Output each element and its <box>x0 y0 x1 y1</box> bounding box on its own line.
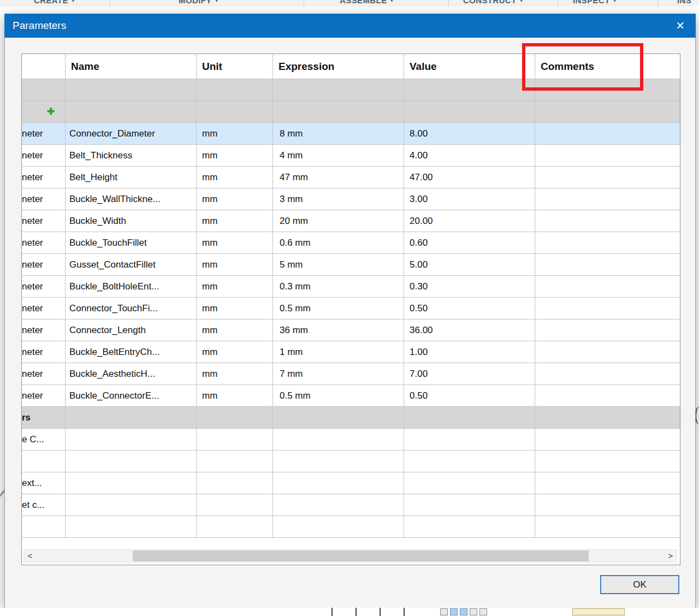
cell-empty <box>66 101 197 123</box>
table-row[interactable]: neter Connector_Diameter mm 8 mm 8.00 <box>22 123 680 145</box>
cell-expression[interactable]: 5 mm <box>273 254 404 276</box>
cell-name[interactable]: Gusset_ContactFillet <box>66 254 197 276</box>
cell-value: 7.00 <box>404 363 535 385</box>
cell-comment[interactable] <box>535 363 680 385</box>
scrollbar-thumb[interactable] <box>133 550 589 561</box>
cell-expression[interactable] <box>273 429 404 451</box>
cell-expression[interactable] <box>273 472 404 494</box>
cell-comment[interactable] <box>535 232 680 254</box>
cell-comment[interactable] <box>535 298 680 319</box>
cell-expression[interactable]: 4 mm <box>273 145 404 167</box>
cell-unit <box>197 429 273 451</box>
column-header-value: Value <box>404 54 535 79</box>
table-row[interactable]: neter Belt_Thickness mm 4 mm 4.00 <box>22 145 680 167</box>
table-row[interactable]: neter Buckle_BeltEntryCh... mm 1 mm 1.00 <box>22 341 680 363</box>
toolbar-menu-modify[interactable]: MODIFY▼ <box>179 0 219 5</box>
cell-comment[interactable] <box>535 385 680 407</box>
cell-expression[interactable]: 7 mm <box>273 363 404 385</box>
model-parameter-rows: e C... ext... et c... <box>22 429 680 538</box>
toolbar-menu-create[interactable]: CREATE▼ <box>34 0 75 5</box>
table-row[interactable]: e C... <box>22 429 680 451</box>
cell-comment[interactable] <box>535 494 680 516</box>
cell-expression[interactable] <box>273 451 404 472</box>
close-icon[interactable]: ✕ <box>676 20 685 31</box>
cell-comment[interactable] <box>535 276 680 298</box>
table-row[interactable]: neter Connector_Length mm 36 mm 36.00 <box>22 319 680 341</box>
scroll-left-arrow[interactable]: < <box>24 550 36 562</box>
table-row[interactable]: neter Buckle_ConnectorE... mm 0.5 mm 0.5… <box>22 385 680 407</box>
cell-empty <box>197 407 273 429</box>
table-row[interactable]: neter Connector_TouchFi... mm 0.5 mm 0.5… <box>22 298 680 319</box>
cell-name[interactable]: Connector_Length <box>66 319 197 341</box>
cell-comment[interactable] <box>535 210 680 232</box>
cell-comment[interactable] <box>535 145 680 167</box>
cell-name[interactable] <box>66 494 197 516</box>
cell-expression[interactable]: 20 mm <box>273 210 404 232</box>
toolbar-menu-assemble[interactable]: ASSEMBLE▼ <box>340 0 394 5</box>
cell-unit <box>197 472 273 494</box>
app-toolbar: CREATE▼ MODIFY▼ ASSEMBLE▼ CONSTRUCT▼ INS… <box>0 0 699 7</box>
cell-name[interactable] <box>66 516 197 538</box>
cell-expression[interactable]: 0.3 mm <box>273 276 404 298</box>
table-row[interactable] <box>22 516 680 538</box>
cell-comment[interactable] <box>535 123 680 145</box>
table-row[interactable]: neter Buckle_Width mm 20 mm 20.00 <box>22 210 680 232</box>
cell-expression[interactable]: 8 mm <box>273 123 404 145</box>
horizontal-scrollbar[interactable]: < > <box>23 549 677 562</box>
cell-expression[interactable]: 3 mm <box>273 188 404 210</box>
cell-comment[interactable] <box>535 451 680 472</box>
cell-value: 20.00 <box>404 210 535 232</box>
table-row[interactable]: et c... <box>22 494 680 516</box>
cell-name[interactable]: Buckle_WallThickne... <box>66 188 197 210</box>
cell-name[interactable] <box>66 429 197 451</box>
cell-comment[interactable] <box>535 167 680 188</box>
cell-name[interactable]: Connector_TouchFi... <box>66 298 197 319</box>
cell-name[interactable]: Buckle_BoltHoleEnt... <box>66 276 197 298</box>
cell-name[interactable]: Buckle_TouchFillet <box>66 232 197 254</box>
table-row[interactable]: neter Buckle_WallThickne... mm 3 mm 3.00 <box>22 188 680 210</box>
cell-name[interactable] <box>66 472 197 494</box>
cell-name[interactable]: Connector_Diameter <box>66 123 197 145</box>
cell-expression[interactable] <box>273 516 404 538</box>
cell-comment[interactable] <box>535 516 680 538</box>
chevron-down-icon: ▼ <box>519 0 524 3</box>
table-row[interactable]: neter Belt_Height mm 47 mm 47.00 <box>22 167 680 188</box>
cell-expression[interactable]: 0.5 mm <box>273 298 404 319</box>
table-row[interactable] <box>22 451 680 472</box>
toolbar-menu-insert[interactable]: INS <box>677 0 691 5</box>
menu-label: ASSEMBLE <box>340 0 387 5</box>
scroll-right-arrow[interactable]: > <box>665 550 677 562</box>
cell-expression[interactable]: 0.6 mm <box>273 232 404 254</box>
cell-comment[interactable] <box>535 188 680 210</box>
cell-expression[interactable]: 47 mm <box>273 167 404 188</box>
cell-comment[interactable] <box>535 472 680 494</box>
cell-comment[interactable] <box>535 319 680 341</box>
column-header-favorite <box>22 54 66 79</box>
parameters-table: Name Unit Expression Value Comments ✚ <box>21 54 680 565</box>
chevron-down-icon: ▼ <box>390 0 394 3</box>
cell-name[interactable]: Belt_Height <box>66 167 197 188</box>
cell-value: 36.00 <box>404 319 535 341</box>
ok-button[interactable]: OK <box>600 575 679 594</box>
cell-comment[interactable] <box>535 429 680 451</box>
cell-expression[interactable]: 36 mm <box>273 319 404 341</box>
table-row[interactable]: neter Buckle_BoltHoleEnt... mm 0.3 mm 0.… <box>22 276 680 298</box>
table-row[interactable]: neter Gusset_ContactFillet mm 5 mm 5.00 <box>22 254 680 276</box>
cell-comment[interactable] <box>535 341 680 363</box>
add-parameter-button[interactable]: ✚ <box>47 101 55 122</box>
cell-name[interactable]: Buckle_AestheticH... <box>66 363 197 385</box>
toolbar-menu-inspect[interactable]: INSPECT▼ <box>573 0 617 5</box>
cell-expression[interactable] <box>273 494 404 516</box>
cell-expression[interactable]: 1 mm <box>273 341 404 363</box>
table-row[interactable]: neter Buckle_AestheticH... mm 7 mm 7.00 <box>22 363 680 385</box>
cell-comment[interactable] <box>535 254 680 276</box>
cell-name[interactable]: Buckle_ConnectorE... <box>66 385 197 407</box>
cell-name[interactable]: Belt_Thickness <box>66 145 197 167</box>
table-row[interactable]: neter Buckle_TouchFillet mm 0.6 mm 0.60 <box>22 232 680 254</box>
cell-expression[interactable]: 0.5 mm <box>273 385 404 407</box>
cell-name[interactable] <box>66 451 197 472</box>
cell-name[interactable]: Buckle_Width <box>66 210 197 232</box>
table-row[interactable]: ext... <box>22 472 680 494</box>
toolbar-menu-construct[interactable]: CONSTRUCT▼ <box>463 0 524 5</box>
cell-name[interactable]: Buckle_BeltEntryCh... <box>66 341 197 363</box>
